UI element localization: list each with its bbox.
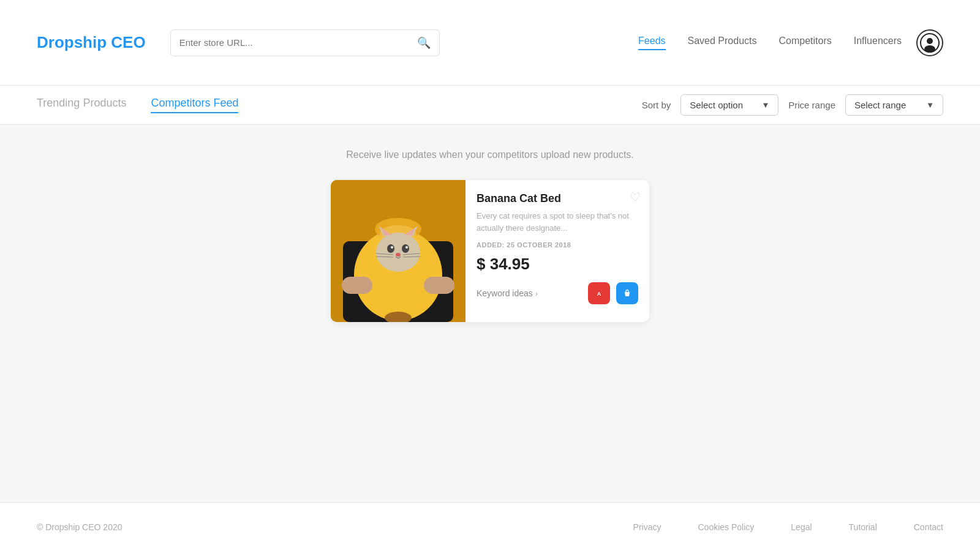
product-price: $ 34.95	[477, 255, 638, 274]
price-range-select-value: Select range	[854, 100, 906, 110]
nav-item-feeds[interactable]: Feeds	[638, 36, 665, 50]
keyword-ideas-button[interactable]: Keyword ideas ›	[477, 288, 538, 298]
sort-select-value: Select option	[690, 100, 743, 110]
logo-suffix: CEO	[111, 33, 145, 51]
aliexpress-button[interactable]: A	[588, 282, 610, 304]
nav-item-saved-products[interactable]: Saved Products	[688, 36, 757, 50]
filters: Sort by Select option ▼ Price range Sele…	[642, 94, 943, 116]
svg-point-15	[391, 246, 393, 249]
logo-prefix: Dropship	[37, 33, 111, 51]
footer-link-cookies[interactable]: Cookies Policy	[698, 522, 754, 532]
product-info: ♡ Banana Cat Bed Every cat requires a sp…	[466, 180, 649, 322]
svg-point-13	[387, 244, 394, 253]
tabs: Trending Products Competitors Feed	[37, 97, 238, 113]
shopify-button[interactable]	[616, 282, 638, 304]
logo[interactable]: Dropship CEO	[37, 33, 146, 52]
product-card: ♡ Banana Cat Bed Every cat requires a sp…	[331, 180, 649, 322]
footer: © Dropship CEO 2020 Privacy Cookies Poli…	[0, 502, 980, 551]
tab-competitors-feed[interactable]: Competitors Feed	[151, 97, 238, 113]
product-image	[331, 180, 466, 322]
nav-item-influencers[interactable]: Influencers	[854, 36, 902, 50]
product-actions: Keyword ideas › A	[477, 282, 638, 304]
tab-trending-products[interactable]: Trending Products	[37, 97, 126, 113]
nav-item-competitors[interactable]: Competitors	[778, 36, 831, 50]
live-update-message: Receive live updates when your competito…	[346, 149, 634, 160]
product-title: Banana Cat Bed	[477, 192, 638, 205]
sort-select-arrow: ▼	[761, 100, 769, 110]
svg-point-14	[402, 244, 409, 253]
keyword-ideas-label: Keyword ideas	[477, 288, 533, 298]
price-range-select-arrow: ▼	[926, 100, 934, 110]
svg-rect-23	[424, 277, 454, 294]
footer-link-privacy[interactable]: Privacy	[633, 522, 662, 532]
footer-link-contact[interactable]: Contact	[914, 522, 943, 532]
favorite-button[interactable]: ♡	[630, 190, 641, 204]
footer-links: Privacy Cookies Policy Legal Tutorial Co…	[633, 522, 943, 532]
avatar[interactable]	[916, 29, 943, 56]
search-icon: 🔍	[417, 36, 431, 50]
footer-link-legal[interactable]: Legal	[791, 522, 812, 532]
footer-link-tutorial[interactable]: Tutorial	[849, 522, 877, 532]
search-input[interactable]	[179, 37, 412, 48]
price-range-select[interactable]: Select range ▼	[845, 94, 943, 116]
header: Dropship CEO 🔍 Feeds Saved Products Comp…	[0, 0, 980, 86]
copyright: © Dropship CEO 2020	[37, 522, 123, 532]
tab-bar: Trending Products Competitors Feed Sort …	[0, 86, 980, 125]
svg-text:A: A	[597, 291, 601, 297]
main-nav: Feeds Saved Products Competitors Influen…	[638, 36, 902, 50]
svg-point-17	[396, 253, 401, 257]
product-description: Every cat requires a spot to sleep that'…	[477, 210, 638, 234]
svg-rect-22	[342, 277, 372, 294]
search-bar[interactable]: 🔍	[170, 29, 440, 56]
svg-point-16	[405, 246, 408, 249]
chevron-right-icon: ›	[535, 289, 538, 298]
svg-point-1	[927, 38, 933, 44]
main-content: Receive live updates when your competito…	[0, 125, 980, 502]
added-date: ADDED: 25 OCTOBER 2018	[477, 241, 638, 249]
price-range-label: Price range	[788, 100, 835, 110]
sort-by-label: Sort by	[642, 100, 671, 110]
svg-point-8	[376, 233, 420, 272]
sort-select[interactable]: Select option ▼	[680, 94, 778, 116]
svg-point-2	[924, 45, 935, 53]
